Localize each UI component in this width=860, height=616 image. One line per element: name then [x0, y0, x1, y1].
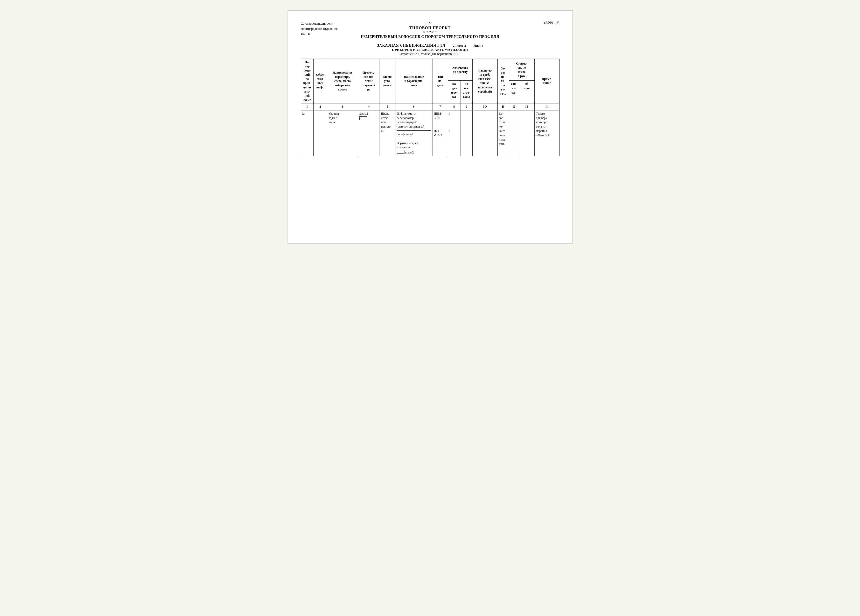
- spec-sub: ПРИБОРОВ И СРЕДСТВ АВТОМАТИЗАЦИИ: [301, 48, 560, 52]
- row-col9: [460, 110, 472, 156]
- col-num-8: 8: [448, 103, 460, 110]
- th-col5: Местоуста-новки: [380, 59, 395, 103]
- org-line1: Союзводоканалпроект: [301, 21, 338, 26]
- row-col6: Дифманометр-перепадомерсамопишущий:павил…: [395, 110, 432, 156]
- org-line2: Ленинградское отделение: [301, 26, 338, 31]
- th-stoim-header: Стоимо-сть посметев руб.: [509, 59, 535, 81]
- col-num-1: I: [301, 103, 314, 110]
- th-col1: Но-мерпози-цийпоприн-ципи-аль-нойсхеме: [301, 59, 314, 103]
- th-col10: Фактичес-ки требу-ется изде-лий (за-полн…: [472, 59, 497, 103]
- th-col8: наодинагре-гат: [448, 81, 460, 103]
- col-num-2: 2: [314, 103, 327, 110]
- row-col13: [519, 110, 535, 156]
- row-col2: [314, 110, 327, 156]
- doc-number: 13598 - 03: [544, 21, 560, 25]
- sheets-label: Листов 2: [453, 44, 466, 48]
- row-col5: Шкафлоткаилипавиль-он: [380, 110, 395, 156]
- th-kol-header: Количествопо проекту: [448, 59, 472, 81]
- th-col7: Типмо-дель: [432, 59, 448, 103]
- header-section: Союзводоканалпроект Ленинградское отделе…: [301, 21, 560, 39]
- row-col14: Толькодля верх-него пре-дела из-мерения4…: [534, 110, 559, 156]
- th-col14: Приме-чание: [534, 59, 559, 103]
- box-col4: [359, 116, 367, 120]
- col-num-11: II: [497, 103, 509, 110]
- sheet-label: Лист I: [474, 44, 483, 48]
- col-num-12: I2: [509, 103, 519, 110]
- row-col7: ДПМ--710 ДСС--710Н: [432, 110, 448, 156]
- spec-header: ЗАКАЗНАЯ СПЕЦИФИКАЦИЯ I-ЗЛ Листов 2 Лист…: [301, 44, 560, 56]
- col-num-5: 5: [380, 103, 395, 110]
- col-num-4: 4: [358, 103, 380, 110]
- page-wrapper: Союзводоканалпроект Ленинградское отделе…: [287, 10, 573, 244]
- row-col3: Уровеньводы влотке: [327, 110, 358, 156]
- th-col4: Предель-ное зна-чениепарамет-ра: [358, 59, 380, 103]
- col-num-13: I3: [519, 103, 535, 110]
- col-num-14: I4: [534, 103, 559, 110]
- org-line3: 1974 г.: [301, 31, 338, 36]
- row-col4: кгс/м2: [358, 110, 380, 156]
- col-num-7: 7: [432, 103, 448, 110]
- col-num-10: IO: [472, 103, 497, 110]
- org-info: Союзводоканалпроект Ленинградское отделе…: [301, 21, 338, 36]
- th-col13: об-щая: [519, 81, 535, 103]
- th-col11: За-водиз-го-то-ви-тель: [497, 59, 509, 103]
- row-col10: [472, 110, 497, 156]
- box-col6: [397, 150, 405, 154]
- center-header: - 22 - ТИПОВОЙ ПРОЕКТ 902-2-237 ИЗМЕРИТЕ…: [301, 21, 560, 39]
- col-num-6: 6: [395, 103, 432, 110]
- main-table: Но-мерпози-цийпоприн-ципи-аль-нойсхеме О…: [301, 59, 560, 156]
- th-col6: Наименованиеи характерис-тика: [395, 59, 432, 103]
- th-col9: навсеагре-гаты: [460, 81, 472, 103]
- row-col8: I I: [448, 110, 460, 156]
- row-col12: [509, 110, 519, 156]
- spec-sub2: Исполнение 4, только для вариантов I и I…: [301, 52, 560, 56]
- spec-title: ЗАКАЗНАЯ СПЕЦИФИКАЦИЯ I-ЗЛ: [377, 44, 446, 48]
- title2: 902-2-237: [301, 30, 560, 34]
- th-col2: Обще-союз-ныйшифр: [314, 59, 327, 103]
- table-row: Ia Уровеньводы влотке кгс/м2 Шкафлоткаил…: [301, 110, 559, 156]
- th-col3: Наименование параметра,среда, местоотбор…: [327, 59, 358, 103]
- row-col11: За- вод "Теп- ло- конт- роль г. Ка- зань: [497, 110, 509, 156]
- page-number: - 22 -: [301, 21, 560, 25]
- row-col1: Ia: [301, 110, 314, 156]
- title1: ТИПОВОЙ ПРОЕКТ: [301, 26, 560, 30]
- col-num-3: 3: [327, 103, 358, 110]
- th-col12: еди-ни-чая: [509, 81, 519, 103]
- title3: ИЗМЕРИТЕЛЬНЫЙ ВОДОСЛИВ С ПОРОГОМ ТРЕУГОЛ…: [301, 35, 560, 39]
- col-num-9: 9: [460, 103, 472, 110]
